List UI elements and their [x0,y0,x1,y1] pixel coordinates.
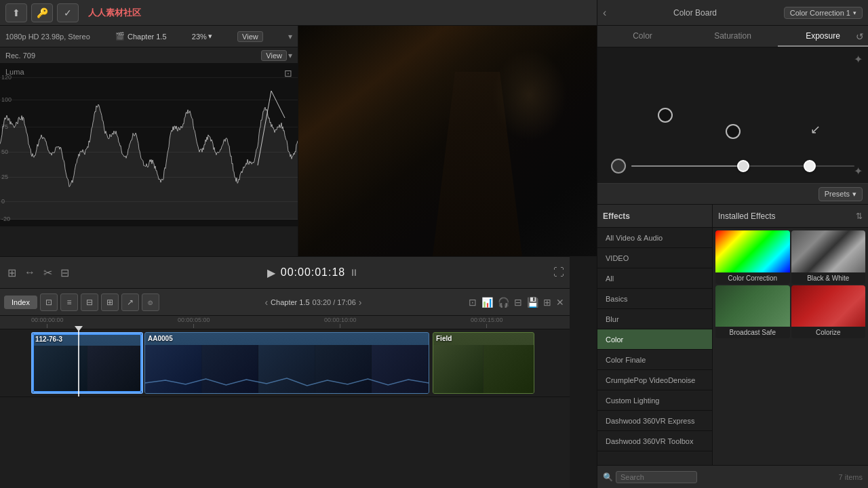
effects-item-blur[interactable]: Blur [597,309,712,329]
view2-dropdown-icon[interactable]: ▾ [288,51,292,60]
next-chapter-btn[interactable]: › [359,297,362,308]
effects-grid-panel: Installed Effects ⇅ Color Correction Bla… [713,205,868,465]
index-bar: Index ⊡ ≡ ⊟ ⊞ ↗ ⌾ ‹ Chapter 1.5 03:20 / … [0,289,570,316]
tl-icon-3[interactable]: 🎧 [496,296,511,309]
timeline-ruler: 00:00:00:00 00:00:05:00 00:00:10:00 00:0… [0,316,570,329]
chapter-time: 03:20 / 17:06 [313,298,356,306]
timeline-tracks: 112-76-3 AA0005 [0,329,570,488]
effects-item-all-video[interactable]: All Video & Audio [597,228,712,248]
trim-tool[interactable]: ↔ [22,264,37,281]
chapter-badge: 🎬 Chapter 1.5 [115,32,166,41]
grid-icon-btn[interactable]: ⊞ [101,293,119,311]
effects-item-color[interactable]: Color [597,329,712,350]
mid-slider-thumb[interactable] [737,160,749,172]
scene-highlight [492,49,567,141]
clip-icon-btn[interactable]: ⊡ [40,293,58,311]
view-dropdown-icon[interactable]: ▾ [288,32,292,41]
effect-color-correction[interactable]: Color Correction [715,230,790,284]
tab-exposure[interactable]: Exposure [778,26,868,47]
effects-item-crumplepop[interactable]: CrumplePop VideoDenoise [597,370,712,390]
transform-tool[interactable]: ⊞ [5,264,18,281]
clip-112-76-3[interactable]: 112-76-3 [31,332,143,394]
site-logo: 人人素材社区 [88,7,141,19]
presets-button[interactable]: Presets ▾ [818,187,863,201]
video-info-left: 1080p HD 23.98p, Stereo [5,33,90,41]
color-space-label: Rec. 709 [5,52,35,60]
zoom-dropdown-icon[interactable]: ▾ [208,32,212,41]
blade-tool[interactable]: ⌾ [142,293,159,311]
clip-thumbnails-3 [433,345,534,393]
preview-container [298,26,597,256]
effects-sidebar: Effects All Video & Audio VIDEO All Basi… [597,205,713,465]
tab-saturation[interactable]: Saturation [688,26,778,47]
tl-icon-6[interactable]: ⊞ [542,296,553,309]
zoom-control[interactable]: 23% ▾ [192,32,212,41]
cursor-icon: ↙ [810,122,821,137]
effect-colorize[interactable]: Colorize [791,285,866,339]
preview-scene [298,26,597,256]
pause-button[interactable]: ⏸ [349,267,359,278]
tl-icon-5[interactable]: 💾 [526,296,540,309]
resolution-label: 1080p HD 23.98p, Stereo [5,33,90,41]
cut-tool[interactable]: ✂ [41,264,54,281]
effect-bw[interactable]: Black & White [791,230,866,284]
timeline: 00:00:00:00 00:00:05:00 00:00:10:00 00:0… [0,316,570,488]
back-arrow-btn[interactable]: ‹ [603,7,606,19]
color-correction-text: Color Correction 1 [790,9,850,17]
filter-icon-btn[interactable]: ⊟ [81,293,98,311]
effects-title: Effects [603,211,630,221]
tl-icon-2[interactable]: 📊 [480,296,494,309]
effects-item-video[interactable]: VIDEO [597,248,712,268]
playback-controls: ▶ 00:00:01:18 ⏸ [266,265,359,281]
video-info-bar: 1080p HD 23.98p, Stereo 🎬 Chapter 1.5 23… [0,26,298,47]
color-correction-dropdown[interactable]: Color Correction 1 ▾ [784,7,863,19]
tab-color[interactable]: Color [597,26,688,47]
effects-item-custom-lighting[interactable]: Custom Lighting [597,390,712,411]
effect-label-bw: Black & White [791,272,866,284]
effects-grid: Color Correction Black & White Broadcast… [713,228,868,341]
tl-icon-4[interactable]: ⊟ [513,296,524,309]
clip-label-3: Field [436,335,452,342]
global-slider-thumb[interactable] [611,159,626,174]
ruler-mark-1: 00:00:05:00 [178,317,210,328]
effects-item-color-finale[interactable]: Color Finale [597,350,712,370]
list-icon-btn[interactable]: ≡ [60,293,78,311]
slider-fill [631,165,743,167]
effects-item-basics[interactable]: Basics [597,289,712,309]
key-button[interactable]: 🔑 [31,3,53,22]
fullscreen-button[interactable]: ⛶ [553,266,564,279]
arrow-tool[interactable]: ↗ [121,293,139,311]
clip-aa0005[interactable]: AA0005 [144,332,429,394]
tl-icon-7[interactable]: ✕ [555,296,566,309]
slider-track [631,165,854,167]
color-board-title: Color Board [612,8,778,18]
effects-item-dashwood-express[interactable]: Dashwood 360VR Express [597,411,712,431]
edit-tools-left: ⊞ ↔ ✂ ⊟ [5,264,71,281]
highlight-slider-thumb[interactable] [804,160,816,172]
playback-bar: ⊞ ↔ ✂ ⊟ ▶ 00:00:01:18 ⏸ ⛶ [0,256,570,289]
clip-field[interactable]: Field [433,332,534,394]
effect-thumb-colorize [791,285,866,327]
index-tab[interactable]: Index [4,296,37,309]
share-button[interactable]: ⬆ [5,3,27,22]
timecode-display: 00:00:01:18 [281,266,346,279]
color-tabs: Color Saturation Exposure ↺ [597,26,868,47]
midtones-puck[interactable] [726,124,741,139]
reset-button[interactable]: ↺ [856,31,864,42]
sort-button[interactable]: ⇅ [856,211,863,221]
checkmark-button[interactable]: ✓ [57,3,79,22]
view-button[interactable]: View [237,31,263,42]
tl-icon-1[interactable]: ⊡ [467,296,478,309]
search-input[interactable] [616,471,697,483]
color-board-canvas: ✦ ✦ ↙ [597,47,868,183]
effects-item-all[interactable]: All [597,268,712,289]
effects-item-dashwood-toolbox[interactable]: Dashwood 360VR Toolbox [597,431,712,451]
play-button[interactable]: ▶ [266,265,277,281]
color-board-header: ‹ Color Board Color Correction 1 ▾ [597,0,868,26]
toolbar-left: ⬆ 🔑 ✓ 人人素材社区 [5,3,141,22]
blacks-puck[interactable] [658,108,673,123]
prev-chapter-btn[interactable]: ‹ [264,297,268,308]
effect-broadcast[interactable]: Broadcast Safe [715,285,790,339]
composite-tool[interactable]: ⊟ [58,264,71,281]
view-button-2[interactable]: View [261,50,287,61]
